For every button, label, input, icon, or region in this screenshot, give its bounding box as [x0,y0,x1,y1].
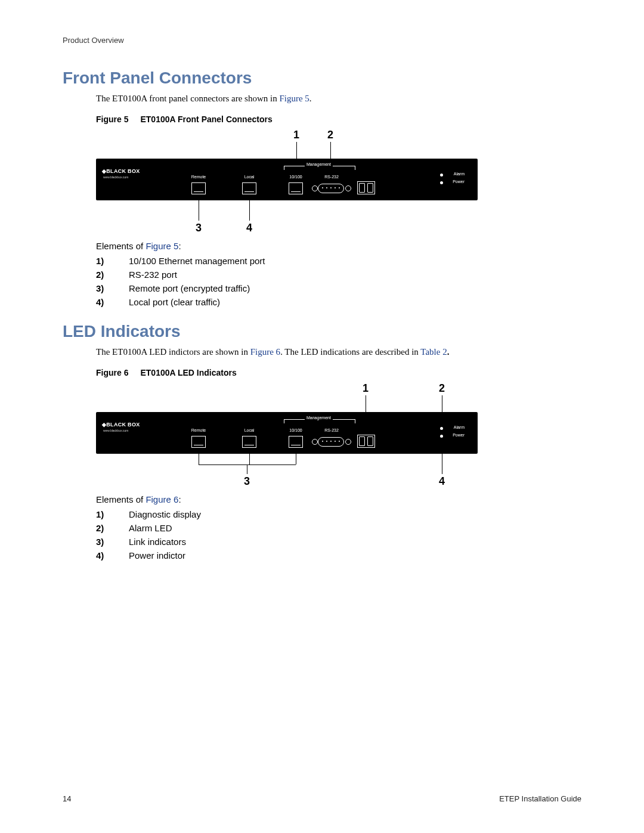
remote-port-icon [191,436,206,448]
intro-pre: The ET0100A front panel connectors are s… [96,94,279,103]
remote-label: Remote [187,175,210,179]
heading-front-panel-connectors: Front Panel Connectors [63,69,581,88]
elements-post: : [178,241,181,251]
guide-title: ETEP Installation Guide [499,794,581,803]
alarm-label: Alarm [454,425,465,429]
intro-post: . [309,94,312,103]
item-text: Local port (clear traffic) [129,297,220,307]
mgmt-port-icon [289,436,303,448]
alarm-led-icon [440,427,443,430]
management-label: Management [305,162,333,166]
device-front-panel: ◆BLACK BOX www.blackbox.com Remote Local… [96,159,478,200]
local-port-icon [242,436,256,448]
list-item: 2)RS-232 port [96,270,581,280]
figure6-diagram: 1 2 ◆BLACK BOX www.blackbox.com Remote L… [96,382,581,488]
diag-display-icon [357,435,375,448]
item-text: Link indicators [129,537,186,547]
serial-port-icon [318,437,344,447]
power-led-icon [440,181,443,184]
remote-label: Remote [187,428,210,432]
item-num: 3) [96,537,129,547]
fig6-callout-4: 4 [439,475,445,488]
list-item: 4)Power indictor [96,550,581,561]
intro-text-1: The ET0100A front panel connectors are s… [96,94,581,104]
fig5-callout-4: 4 [246,222,252,234]
blackbox-logo: ◆BLACK BOX [102,168,140,174]
elements-of-figure6: Elements of Figure 6: [96,494,581,504]
page-footer: 14 ETEP Installation Guide [63,794,581,803]
heading-led-indicators: LED Indicators [63,322,581,341]
blackbox-url: www.blackbox.com [103,429,129,432]
elements-pre: Elements of [96,241,145,251]
figure6-title: ET0100A LED Indicators [140,368,236,377]
10-100-label: 10/100 [284,175,308,179]
list-item: 2)Alarm LED [96,523,581,533]
item-text: Power indictor [129,550,185,561]
fig5-callout-3: 3 [196,222,202,234]
item-text: Remote port (encrypted traffic) [129,283,250,293]
item-text: Diagnostic display [129,509,201,519]
item-num: 1) [96,509,129,519]
item-num: 4) [96,297,129,307]
figure6-label: Figure 6 [96,368,128,377]
fig6-callout-3: 3 [244,475,250,488]
figure6-caption: Figure 6ET0100A LED Indicators [96,368,581,377]
device-front-panel-2: ◆BLACK BOX www.blackbox.com Remote Local… [96,412,478,454]
item-num: 1) [96,256,129,266]
item-num: 3) [96,283,129,293]
blackbox-url: www.blackbox.com [103,175,129,179]
fig5-callout-1: 1 [293,129,299,141]
figure5-title: ET0100A Front Panel Connectors [140,114,272,124]
fig6-callout-1: 1 [363,382,369,395]
local-label: Local [237,175,261,179]
fig5-callout-2: 2 [327,129,333,141]
figure5-link[interactable]: Figure 5 [279,94,309,103]
figure6-link-2[interactable]: Figure 6 [145,494,178,504]
diag-display-icon [357,181,375,194]
list-item: 3)Link indicators [96,537,581,547]
remote-port-icon [191,182,206,194]
intro2-post: . [447,347,450,357]
figure5-diagram: 1 2 ◆BLACK BOX www.blackbox.com Remote L… [96,129,581,235]
list-item: 4)Local port (clear traffic) [96,297,581,307]
alarm-led-icon [440,174,443,176]
blackbox-logo: ◆BLACK BOX [102,422,140,428]
figure6-link[interactable]: Figure 6 [250,347,280,357]
local-port-icon [242,182,256,194]
item-text: Alarm LED [129,523,172,533]
figure5-label: Figure 5 [96,114,128,124]
fig6-callout-2: 2 [439,382,445,395]
alarm-label: Alarm [454,172,465,176]
intro2-pre: The ET0100A LED indictors are shown in [96,347,250,357]
list-item: 1)Diagnostic display [96,509,581,519]
list-item: 3)Remote port (encrypted traffic) [96,283,581,293]
item-text: 10/100 Ethernet management port [129,256,265,266]
power-label: Power [453,433,465,437]
10-100-label: 10/100 [284,428,308,432]
local-label: Local [237,428,261,432]
item-num: 4) [96,550,129,561]
figure5-link-2[interactable]: Figure 5 [145,241,178,251]
figure5-caption: Figure 5ET0100A Front Panel Connectors [96,114,581,124]
elements2-pre: Elements of [96,494,145,504]
item-text: RS-232 port [129,270,177,280]
intro-text-2: The ET0100A LED indictors are shown in F… [96,347,581,357]
rs232-label: RS-232 [320,428,343,432]
figure5-legend: 1)10/100 Ethernet management port 2)RS-2… [96,256,581,307]
management-label: Management [305,416,333,420]
serial-port-icon [318,184,344,193]
power-led-icon [440,435,443,438]
power-label: Power [453,179,465,184]
intro2-mid: . The LED indications are described in [280,347,420,357]
mgmt-port-icon [289,182,303,194]
item-num: 2) [96,270,129,280]
list-item: 1)10/100 Ethernet management port [96,256,581,266]
table2-link[interactable]: Table 2 [420,347,447,357]
elements2-post: : [178,494,181,504]
page-header: Product Overview [63,36,581,45]
rs232-label: RS-232 [320,175,343,179]
item-num: 2) [96,523,129,533]
figure6-legend: 1)Diagnostic display 2)Alarm LED 3)Link … [96,509,581,561]
page-number: 14 [63,794,71,803]
elements-of-figure5: Elements of Figure 5: [96,241,581,251]
